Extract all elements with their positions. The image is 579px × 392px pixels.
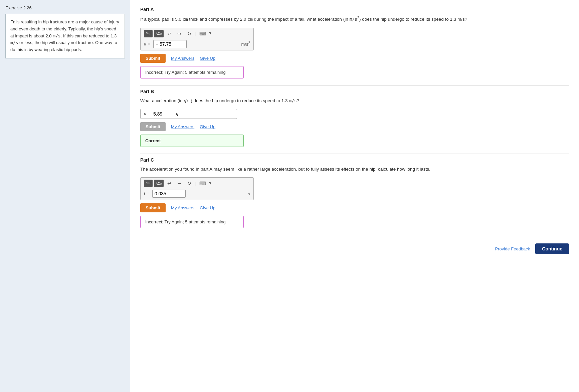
continue-btn[interactable]: Continue — [535, 243, 569, 254]
part-a-redo-btn[interactable]: ↪ — [175, 30, 184, 37]
part-b-submit-btn[interactable]: Submit — [140, 122, 166, 131]
part-a-input-row: a = m/s2 — [144, 40, 250, 48]
part-c-refresh-btn[interactable]: ↻ — [185, 180, 194, 187]
part-a-input-label: a = — [144, 41, 151, 47]
part-a-refresh-btn[interactable]: ↻ — [185, 30, 194, 37]
part-c-az-btn[interactable]: AΣφ — [154, 180, 164, 187]
part-c-separator: | — [195, 181, 196, 186]
exercise-title: Exercise 2.26 — [5, 5, 125, 10]
part-a-question: If a typical pad is 5.0 cm thick and com… — [140, 15, 569, 23]
part-c-input-row: t = s — [144, 190, 250, 198]
vu-icon-c: V∪ — [146, 182, 151, 185]
part-c-input[interactable] — [152, 190, 186, 198]
part-b-give-up-btn[interactable]: Give Up — [200, 124, 215, 129]
part-a-az-btn[interactable]: AΣφ — [154, 30, 164, 37]
part-a-button-row: Submit My Answers Give Up — [140, 54, 569, 63]
part-a-undo-btn[interactable]: ↩ — [165, 30, 174, 37]
part-b-input-label: a = — [144, 111, 151, 117]
part-c-question: The acceleration you found in part A may… — [140, 166, 569, 173]
footer-actions: Provide Feedback Continue — [140, 238, 569, 254]
sidebar: Exercise 2.26 Falls resulting in hip fra… — [0, 0, 130, 392]
part-a-give-up-btn[interactable]: Give Up — [200, 56, 215, 61]
part-c-vu-btn[interactable]: V∪ — [144, 180, 153, 187]
vu-icon: V∪ — [146, 32, 151, 35]
part-c-section: Part C The acceleration you found in par… — [140, 157, 569, 235]
part-b-my-answers-btn[interactable]: My Answers — [171, 124, 194, 129]
part-b-button-row: Submit My Answers Give Up — [140, 122, 569, 131]
part-c-button-row: Submit My Answers Give Up — [140, 203, 569, 212]
part-c-unit: s — [248, 191, 250, 196]
context-text: Falls resulting in hip fractures are a m… — [10, 19, 119, 52]
part-b-unit: g — [176, 111, 178, 117]
part-c-submit-btn[interactable]: Submit — [140, 203, 166, 212]
part-a-separator: | — [195, 31, 196, 36]
part-c-my-answers-btn[interactable]: My Answers — [171, 205, 194, 210]
part-c-undo-btn[interactable]: ↩ — [165, 180, 174, 187]
part-c-widget: V∪ AΣφ ↩ ↪ ↻ | ⌨ ? t = s — [140, 177, 254, 200]
part-b-section: Part B What acceleration (in g's ) does … — [140, 89, 569, 154]
part-c-label: Part C — [140, 157, 569, 163]
part-c-help-btn[interactable]: ? — [209, 181, 211, 186]
part-b-question: What acceleration (in g's ) does the hip… — [140, 97, 569, 104]
part-a-toolbar: V∪ AΣφ ↩ ↪ ↻ | ⌨ ? — [144, 30, 250, 37]
part-a-submit-btn[interactable]: Submit — [140, 54, 166, 63]
part-b-input-row: a = g — [140, 109, 237, 119]
part-c-feedback: Incorrect; Try Again; 5 attempts remaini… — [140, 216, 244, 228]
part-a-keyboard-btn[interactable]: ⌨ — [198, 30, 207, 37]
az-icon-c: AΣφ — [156, 182, 162, 185]
context-box: Falls resulting in hip fractures are a m… — [5, 14, 125, 58]
part-b-label: Part B — [140, 89, 569, 94]
part-b-input[interactable] — [153, 111, 173, 117]
part-c-input-label: t = — [144, 191, 150, 196]
part-c-give-up-btn[interactable]: Give Up — [200, 205, 215, 210]
part-c-toolbar: V∪ AΣφ ↩ ↪ ↻ | ⌨ ? — [144, 180, 250, 187]
part-b-feedback: Correct — [140, 135, 244, 147]
part-a-help-btn[interactable]: ? — [209, 31, 211, 36]
part-c-keyboard-btn[interactable]: ⌨ — [198, 180, 207, 187]
provide-feedback-btn[interactable]: Provide Feedback — [495, 246, 530, 251]
part-a-widget: V∪ AΣφ ↩ ↪ ↻ | ⌨ ? a = m/s2 — [140, 28, 254, 50]
part-c-redo-btn[interactable]: ↪ — [175, 180, 184, 187]
part-a-section: Part A If a typical pad is 5.0 cm thick … — [140, 7, 569, 85]
part-a-unit: m/s2 — [241, 41, 250, 47]
part-a-feedback: Incorrect; Try Again; 5 attempts remaini… — [140, 66, 244, 78]
main-content: Part A If a typical pad is 5.0 cm thick … — [130, 0, 579, 392]
part-a-vu-btn[interactable]: V∪ — [144, 30, 153, 37]
az-icon: AΣφ — [156, 32, 162, 35]
part-a-my-answers-btn[interactable]: My Answers — [171, 56, 194, 61]
part-a-input[interactable] — [153, 40, 187, 48]
part-a-label: Part A — [140, 7, 569, 12]
